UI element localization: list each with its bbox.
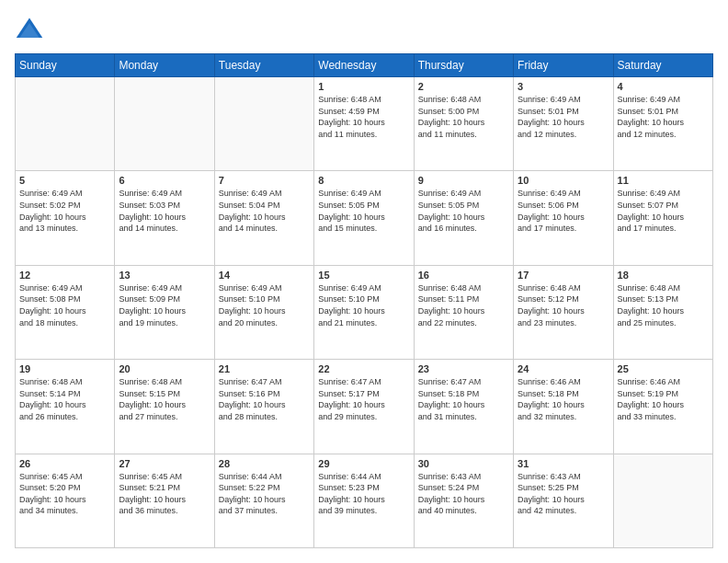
day-info: Sunrise: 6:48 AM Sunset: 5:00 PM Dayligh… <box>418 94 509 140</box>
day-info: Sunrise: 6:49 AM Sunset: 5:10 PM Dayligh… <box>318 282 409 328</box>
day-info: Sunrise: 6:48 AM Sunset: 5:13 PM Dayligh… <box>618 282 709 328</box>
calendar-cell: 13Sunrise: 6:49 AM Sunset: 5:09 PM Dayli… <box>115 265 214 359</box>
day-number: 28 <box>219 458 310 469</box>
col-header-tuesday: Tuesday <box>214 54 313 77</box>
day-number: 21 <box>219 363 310 374</box>
day-number: 20 <box>119 363 210 374</box>
calendar-cell <box>214 77 313 171</box>
calendar-cell: 23Sunrise: 6:47 AM Sunset: 5:18 PM Dayli… <box>414 360 513 454</box>
calendar-cell: 2Sunrise: 6:48 AM Sunset: 5:00 PM Daylig… <box>414 77 513 171</box>
week-row-3: 12Sunrise: 6:49 AM Sunset: 5:08 PM Dayli… <box>16 265 713 359</box>
col-header-thursday: Thursday <box>414 54 513 77</box>
day-number: 13 <box>119 270 210 281</box>
calendar-cell: 26Sunrise: 6:45 AM Sunset: 5:20 PM Dayli… <box>16 454 115 547</box>
day-number: 11 <box>618 175 709 186</box>
day-info: Sunrise: 6:46 AM Sunset: 5:18 PM Dayligh… <box>518 376 609 422</box>
day-number: 6 <box>119 175 210 186</box>
col-header-sunday: Sunday <box>16 54 115 77</box>
logo-icon <box>15 15 44 44</box>
calendar-cell: 4Sunrise: 6:49 AM Sunset: 5:01 PM Daylig… <box>613 77 712 171</box>
calendar-cell: 29Sunrise: 6:44 AM Sunset: 5:23 PM Dayli… <box>314 454 414 547</box>
calendar-cell: 10Sunrise: 6:49 AM Sunset: 5:06 PM Dayli… <box>514 171 613 265</box>
col-header-friday: Friday <box>514 54 613 77</box>
calendar-cell: 18Sunrise: 6:48 AM Sunset: 5:13 PM Dayli… <box>613 265 712 359</box>
day-info: Sunrise: 6:46 AM Sunset: 5:19 PM Dayligh… <box>618 376 709 422</box>
day-info: Sunrise: 6:48 AM Sunset: 5:15 PM Dayligh… <box>119 376 210 422</box>
day-number: 26 <box>19 458 110 469</box>
day-number: 19 <box>19 363 110 374</box>
week-row-5: 26Sunrise: 6:45 AM Sunset: 5:20 PM Dayli… <box>16 454 713 547</box>
day-info: Sunrise: 6:44 AM Sunset: 5:23 PM Dayligh… <box>318 471 409 517</box>
day-info: Sunrise: 6:48 AM Sunset: 4:59 PM Dayligh… <box>318 94 409 140</box>
day-number: 9 <box>418 175 509 186</box>
day-number: 5 <box>19 175 110 186</box>
col-header-monday: Monday <box>115 54 214 77</box>
calendar-cell: 9Sunrise: 6:49 AM Sunset: 5:05 PM Daylig… <box>414 171 513 265</box>
day-number: 8 <box>318 175 409 186</box>
day-info: Sunrise: 6:49 AM Sunset: 5:04 PM Dayligh… <box>219 188 310 234</box>
calendar-cell: 6Sunrise: 6:49 AM Sunset: 5:03 PM Daylig… <box>115 171 214 265</box>
calendar-cell: 22Sunrise: 6:47 AM Sunset: 5:17 PM Dayli… <box>314 360 414 454</box>
calendar-cell: 17Sunrise: 6:48 AM Sunset: 5:12 PM Dayli… <box>514 265 613 359</box>
calendar-cell: 24Sunrise: 6:46 AM Sunset: 5:18 PM Dayli… <box>514 360 613 454</box>
day-info: Sunrise: 6:49 AM Sunset: 5:10 PM Dayligh… <box>219 282 310 328</box>
day-info: Sunrise: 6:49 AM Sunset: 5:09 PM Dayligh… <box>119 282 210 328</box>
day-info: Sunrise: 6:49 AM Sunset: 5:05 PM Dayligh… <box>318 188 409 234</box>
day-number: 25 <box>618 363 709 374</box>
calendar-cell: 28Sunrise: 6:44 AM Sunset: 5:22 PM Dayli… <box>214 454 313 547</box>
day-number: 16 <box>418 270 509 281</box>
calendar-cell: 27Sunrise: 6:45 AM Sunset: 5:21 PM Dayli… <box>115 454 214 547</box>
calendar-cell: 21Sunrise: 6:47 AM Sunset: 5:16 PM Dayli… <box>214 360 313 454</box>
calendar-cell: 15Sunrise: 6:49 AM Sunset: 5:10 PM Dayli… <box>314 265 414 359</box>
calendar-cell: 30Sunrise: 6:43 AM Sunset: 5:24 PM Dayli… <box>414 454 513 547</box>
col-header-saturday: Saturday <box>613 54 712 77</box>
header <box>15 15 713 44</box>
day-number: 3 <box>518 81 609 92</box>
calendar-table: SundayMondayTuesdayWednesdayThursdayFrid… <box>15 53 713 548</box>
calendar-cell: 11Sunrise: 6:49 AM Sunset: 5:07 PM Dayli… <box>613 171 712 265</box>
calendar-cell: 5Sunrise: 6:49 AM Sunset: 5:02 PM Daylig… <box>16 171 115 265</box>
day-number: 7 <box>219 175 310 186</box>
day-info: Sunrise: 6:47 AM Sunset: 5:17 PM Dayligh… <box>318 376 409 422</box>
day-number: 27 <box>119 458 210 469</box>
calendar-cell <box>613 454 712 547</box>
page: SundayMondayTuesdayWednesdayThursdayFrid… <box>0 0 728 563</box>
day-number: 24 <box>518 363 609 374</box>
day-number: 29 <box>318 458 409 469</box>
calendar-cell <box>16 77 115 171</box>
day-info: Sunrise: 6:49 AM Sunset: 5:06 PM Dayligh… <box>518 188 609 234</box>
day-info: Sunrise: 6:49 AM Sunset: 5:02 PM Dayligh… <box>19 188 110 234</box>
day-number: 2 <box>418 81 509 92</box>
calendar-cell: 1Sunrise: 6:48 AM Sunset: 4:59 PM Daylig… <box>314 77 414 171</box>
calendar-cell: 25Sunrise: 6:46 AM Sunset: 5:19 PM Dayli… <box>613 360 712 454</box>
day-number: 1 <box>318 81 409 92</box>
day-info: Sunrise: 6:47 AM Sunset: 5:18 PM Dayligh… <box>418 376 509 422</box>
calendar-cell <box>115 77 214 171</box>
calendar-cell: 8Sunrise: 6:49 AM Sunset: 5:05 PM Daylig… <box>314 171 414 265</box>
day-number: 15 <box>318 270 409 281</box>
day-info: Sunrise: 6:49 AM Sunset: 5:01 PM Dayligh… <box>518 94 609 140</box>
calendar-cell: 3Sunrise: 6:49 AM Sunset: 5:01 PM Daylig… <box>514 77 613 171</box>
day-info: Sunrise: 6:43 AM Sunset: 5:25 PM Dayligh… <box>518 471 609 517</box>
calendar-cell: 19Sunrise: 6:48 AM Sunset: 5:14 PM Dayli… <box>16 360 115 454</box>
day-info: Sunrise: 6:49 AM Sunset: 5:01 PM Dayligh… <box>618 94 709 140</box>
day-info: Sunrise: 6:49 AM Sunset: 5:07 PM Dayligh… <box>618 188 709 234</box>
day-number: 30 <box>418 458 509 469</box>
day-number: 23 <box>418 363 509 374</box>
day-number: 17 <box>518 270 609 281</box>
calendar-cell: 20Sunrise: 6:48 AM Sunset: 5:15 PM Dayli… <box>115 360 214 454</box>
day-info: Sunrise: 6:47 AM Sunset: 5:16 PM Dayligh… <box>219 376 310 422</box>
header-row: SundayMondayTuesdayWednesdayThursdayFrid… <box>16 54 713 77</box>
day-info: Sunrise: 6:48 AM Sunset: 5:12 PM Dayligh… <box>518 282 609 328</box>
week-row-2: 5Sunrise: 6:49 AM Sunset: 5:02 PM Daylig… <box>16 171 713 265</box>
day-number: 31 <box>518 458 609 469</box>
day-info: Sunrise: 6:44 AM Sunset: 5:22 PM Dayligh… <box>219 471 310 517</box>
calendar-cell: 7Sunrise: 6:49 AM Sunset: 5:04 PM Daylig… <box>214 171 313 265</box>
calendar-cell: 16Sunrise: 6:48 AM Sunset: 5:11 PM Dayli… <box>414 265 513 359</box>
day-info: Sunrise: 6:49 AM Sunset: 5:08 PM Dayligh… <box>19 282 110 328</box>
day-info: Sunrise: 6:49 AM Sunset: 5:05 PM Dayligh… <box>418 188 509 234</box>
day-info: Sunrise: 6:43 AM Sunset: 5:24 PM Dayligh… <box>418 471 509 517</box>
calendar-cell: 31Sunrise: 6:43 AM Sunset: 5:25 PM Dayli… <box>514 454 613 547</box>
week-row-1: 1Sunrise: 6:48 AM Sunset: 4:59 PM Daylig… <box>16 77 713 171</box>
day-info: Sunrise: 6:45 AM Sunset: 5:21 PM Dayligh… <box>119 471 210 517</box>
